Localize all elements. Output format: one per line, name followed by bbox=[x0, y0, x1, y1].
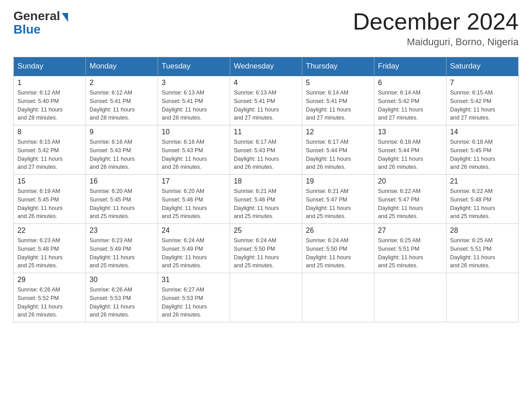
day-info: Sunrise: 6:23 AM Sunset: 5:49 PM Dayligh… bbox=[90, 236, 154, 270]
table-row: 17 Sunrise: 6:20 AM Sunset: 5:46 PM Dayl… bbox=[158, 175, 230, 224]
table-row: 27 Sunrise: 6:25 AM Sunset: 5:51 PM Dayl… bbox=[374, 224, 446, 273]
table-row: 2 Sunrise: 6:12 AM Sunset: 5:41 PM Dayli… bbox=[86, 76, 158, 125]
day-number: 3 bbox=[162, 79, 226, 87]
table-row: 9 Sunrise: 6:16 AM Sunset: 5:43 PM Dayli… bbox=[86, 125, 158, 175]
day-info: Sunrise: 6:15 AM Sunset: 5:42 PM Dayligh… bbox=[17, 138, 82, 171]
day-info: Sunrise: 6:13 AM Sunset: 5:41 PM Dayligh… bbox=[234, 89, 298, 122]
day-number: 4 bbox=[234, 79, 298, 87]
day-number: 5 bbox=[306, 79, 370, 87]
table-row: 3 Sunrise: 6:13 AM Sunset: 5:41 PM Dayli… bbox=[158, 76, 230, 125]
table-row: 5 Sunrise: 6:14 AM Sunset: 5:41 PM Dayli… bbox=[302, 76, 374, 125]
logo-general-text: General bbox=[13, 9, 60, 23]
logo-blue-text: Blue bbox=[13, 22, 41, 37]
month-title: December 2024 bbox=[353, 9, 519, 34]
calendar-header-row: Sunday Monday Tuesday Wednesday Thursday… bbox=[14, 57, 519, 76]
table-row: 8 Sunrise: 6:15 AM Sunset: 5:42 PM Dayli… bbox=[14, 125, 86, 175]
day-number: 28 bbox=[450, 227, 515, 235]
title-area: December 2024 Maiduguri, Borno, Nigeria bbox=[353, 9, 519, 48]
table-row: 23 Sunrise: 6:23 AM Sunset: 5:49 PM Dayl… bbox=[86, 224, 158, 273]
day-number: 19 bbox=[306, 177, 370, 185]
day-number: 23 bbox=[90, 227, 154, 235]
day-info: Sunrise: 6:13 AM Sunset: 5:41 PM Dayligh… bbox=[162, 89, 226, 122]
table-row: 19 Sunrise: 6:21 AM Sunset: 5:47 PM Dayl… bbox=[302, 175, 374, 224]
day-number: 11 bbox=[234, 128, 298, 136]
table-row bbox=[374, 273, 446, 322]
day-info: Sunrise: 6:23 AM Sunset: 5:48 PM Dayligh… bbox=[17, 236, 82, 270]
day-number: 31 bbox=[162, 276, 226, 284]
day-number: 20 bbox=[378, 177, 442, 185]
day-info: Sunrise: 6:20 AM Sunset: 5:46 PM Dayligh… bbox=[162, 187, 226, 221]
day-info: Sunrise: 6:18 AM Sunset: 5:45 PM Dayligh… bbox=[450, 138, 515, 171]
table-row: 21 Sunrise: 6:22 AM Sunset: 5:48 PM Dayl… bbox=[446, 175, 519, 224]
col-saturday: Saturday bbox=[446, 57, 519, 76]
day-number: 16 bbox=[90, 177, 154, 185]
table-row: 24 Sunrise: 6:24 AM Sunset: 5:49 PM Dayl… bbox=[158, 224, 230, 273]
day-number: 25 bbox=[234, 227, 298, 235]
day-info: Sunrise: 6:20 AM Sunset: 5:45 PM Dayligh… bbox=[90, 187, 154, 221]
day-number: 30 bbox=[90, 276, 154, 284]
table-row: 1 Sunrise: 6:12 AM Sunset: 5:40 PM Dayli… bbox=[14, 76, 86, 125]
day-number: 13 bbox=[378, 128, 442, 136]
col-wednesday: Wednesday bbox=[230, 57, 302, 76]
table-row: 7 Sunrise: 6:15 AM Sunset: 5:42 PM Dayli… bbox=[446, 76, 519, 125]
day-number: 22 bbox=[17, 227, 82, 235]
day-info: Sunrise: 6:12 AM Sunset: 5:40 PM Dayligh… bbox=[17, 89, 82, 122]
day-number: 7 bbox=[450, 79, 515, 87]
table-row: 14 Sunrise: 6:18 AM Sunset: 5:45 PM Dayl… bbox=[446, 125, 519, 175]
table-row: 30 Sunrise: 6:26 AM Sunset: 5:53 PM Dayl… bbox=[86, 273, 158, 322]
table-row: 26 Sunrise: 6:24 AM Sunset: 5:50 PM Dayl… bbox=[302, 224, 374, 273]
table-row: 4 Sunrise: 6:13 AM Sunset: 5:41 PM Dayli… bbox=[230, 76, 302, 125]
calendar-week-row: 22 Sunrise: 6:23 AM Sunset: 5:48 PM Dayl… bbox=[14, 224, 519, 273]
day-number: 9 bbox=[90, 128, 154, 136]
day-info: Sunrise: 6:27 AM Sunset: 5:53 PM Dayligh… bbox=[162, 286, 226, 319]
day-number: 18 bbox=[234, 177, 298, 185]
calendar-week-row: 1 Sunrise: 6:12 AM Sunset: 5:40 PM Dayli… bbox=[14, 76, 519, 125]
table-row: 18 Sunrise: 6:21 AM Sunset: 5:46 PM Dayl… bbox=[230, 175, 302, 224]
table-row: 12 Sunrise: 6:17 AM Sunset: 5:44 PM Dayl… bbox=[302, 125, 374, 175]
day-number: 17 bbox=[162, 177, 226, 185]
day-info: Sunrise: 6:26 AM Sunset: 5:52 PM Dayligh… bbox=[17, 286, 82, 319]
day-number: 15 bbox=[17, 177, 82, 185]
table-row: 10 Sunrise: 6:16 AM Sunset: 5:43 PM Dayl… bbox=[158, 125, 230, 175]
day-info: Sunrise: 6:22 AM Sunset: 5:48 PM Dayligh… bbox=[450, 187, 515, 221]
day-info: Sunrise: 6:14 AM Sunset: 5:42 PM Dayligh… bbox=[378, 89, 442, 122]
table-row: 15 Sunrise: 6:19 AM Sunset: 5:45 PM Dayl… bbox=[14, 175, 86, 224]
day-number: 2 bbox=[90, 79, 154, 87]
page-header: General Blue December 2024 Maiduguri, Bo… bbox=[13, 9, 519, 48]
table-row: 20 Sunrise: 6:22 AM Sunset: 5:47 PM Dayl… bbox=[374, 175, 446, 224]
table-row bbox=[302, 273, 374, 322]
table-row: 28 Sunrise: 6:25 AM Sunset: 5:51 PM Dayl… bbox=[446, 224, 519, 273]
day-info: Sunrise: 6:25 AM Sunset: 5:51 PM Dayligh… bbox=[450, 236, 515, 270]
table-row: 11 Sunrise: 6:17 AM Sunset: 5:43 PM Dayl… bbox=[230, 125, 302, 175]
logo-text: General bbox=[13, 9, 68, 23]
day-info: Sunrise: 6:17 AM Sunset: 5:43 PM Dayligh… bbox=[234, 138, 298, 171]
day-info: Sunrise: 6:15 AM Sunset: 5:42 PM Dayligh… bbox=[450, 89, 515, 122]
day-info: Sunrise: 6:18 AM Sunset: 5:44 PM Dayligh… bbox=[378, 138, 442, 171]
day-number: 26 bbox=[306, 227, 370, 235]
day-info: Sunrise: 6:17 AM Sunset: 5:44 PM Dayligh… bbox=[306, 138, 370, 171]
location-title: Maiduguri, Borno, Nigeria bbox=[353, 36, 519, 48]
table-row: 25 Sunrise: 6:24 AM Sunset: 5:50 PM Dayl… bbox=[230, 224, 302, 273]
col-thursday: Thursday bbox=[302, 57, 374, 76]
calendar-week-row: 29 Sunrise: 6:26 AM Sunset: 5:52 PM Dayl… bbox=[14, 273, 519, 322]
day-info: Sunrise: 6:19 AM Sunset: 5:45 PM Dayligh… bbox=[17, 187, 82, 221]
table-row: 22 Sunrise: 6:23 AM Sunset: 5:48 PM Dayl… bbox=[14, 224, 86, 273]
day-number: 14 bbox=[450, 128, 515, 136]
day-info: Sunrise: 6:25 AM Sunset: 5:51 PM Dayligh… bbox=[378, 236, 442, 270]
day-number: 24 bbox=[162, 227, 226, 235]
day-number: 1 bbox=[17, 79, 82, 87]
day-number: 27 bbox=[378, 227, 442, 235]
day-number: 21 bbox=[450, 177, 515, 185]
calendar-week-row: 15 Sunrise: 6:19 AM Sunset: 5:45 PM Dayl… bbox=[14, 175, 519, 224]
col-sunday: Sunday bbox=[14, 57, 86, 76]
table-row bbox=[230, 273, 302, 322]
table-row: 6 Sunrise: 6:14 AM Sunset: 5:42 PM Dayli… bbox=[374, 76, 446, 125]
day-number: 8 bbox=[17, 128, 82, 136]
day-number: 10 bbox=[162, 128, 226, 136]
table-row: 29 Sunrise: 6:26 AM Sunset: 5:52 PM Dayl… bbox=[14, 273, 86, 322]
logo: General Blue bbox=[13, 9, 68, 37]
col-tuesday: Tuesday bbox=[158, 57, 230, 76]
table-row bbox=[446, 273, 519, 322]
day-info: Sunrise: 6:21 AM Sunset: 5:47 PM Dayligh… bbox=[306, 187, 370, 221]
day-info: Sunrise: 6:16 AM Sunset: 5:43 PM Dayligh… bbox=[162, 138, 226, 171]
